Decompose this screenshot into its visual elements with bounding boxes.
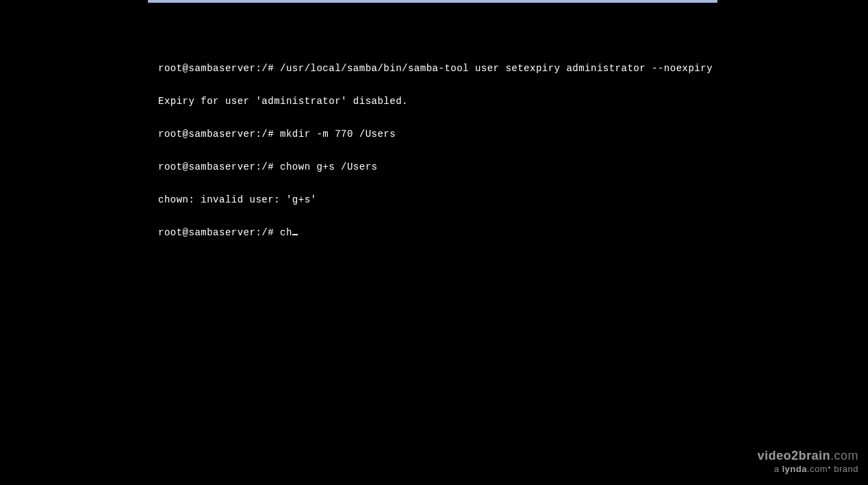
terminal-output[interactable]: root@sambaserver:/# /usr/local/samba/bin… [158, 41, 728, 249]
shell-command: chown g+s /Users [274, 161, 377, 172]
watermark-dot-icon [828, 467, 830, 469]
terminal-cursor [292, 234, 298, 235]
watermark-sub-brand: brand [831, 464, 858, 474]
watermark-brand-tld: .com [830, 449, 858, 462]
watermark-sub-a: a [774, 464, 782, 474]
watermark-subtitle: a lynda.com brand [757, 464, 858, 474]
shell-prompt: root@sambaserver:/# [158, 161, 274, 172]
shell-prompt: root@sambaserver:/# [158, 227, 274, 238]
window-title-bar-edge [148, 0, 717, 3]
terminal-line: root@sambaserver:/# /usr/local/samba/bin… [158, 63, 728, 74]
shell-command: /usr/local/samba/bin/samba-tool user set… [274, 63, 713, 74]
shell-output: chown: invalid user: 'g+s' [158, 194, 316, 205]
terminal-line: root@sambaserver:/# mkdir -m 770 /Users [158, 129, 728, 140]
watermark-sub-com: .com [807, 464, 828, 474]
watermark-sub-lynda: lynda [782, 464, 806, 474]
shell-prompt: root@sambaserver:/# [158, 63, 274, 74]
terminal-line: Expiry for user 'administrator' disabled… [158, 96, 728, 107]
watermark: video2brain.com a lynda.com brand [757, 449, 858, 474]
terminal-line: chown: invalid user: 'g+s' [158, 194, 728, 205]
terminal-line: root@sambaserver:/# ch [158, 227, 728, 238]
shell-command: mkdir -m 770 /Users [274, 129, 396, 140]
shell-output: Expiry for user 'administrator' disabled… [158, 96, 408, 107]
watermark-brand: video2brain.com [757, 449, 858, 463]
shell-prompt: root@sambaserver:/# [158, 129, 274, 140]
shell-command: ch [274, 227, 292, 238]
terminal-line: root@sambaserver:/# chown g+s /Users [158, 161, 728, 172]
watermark-brand-name: video2brain [757, 449, 830, 462]
